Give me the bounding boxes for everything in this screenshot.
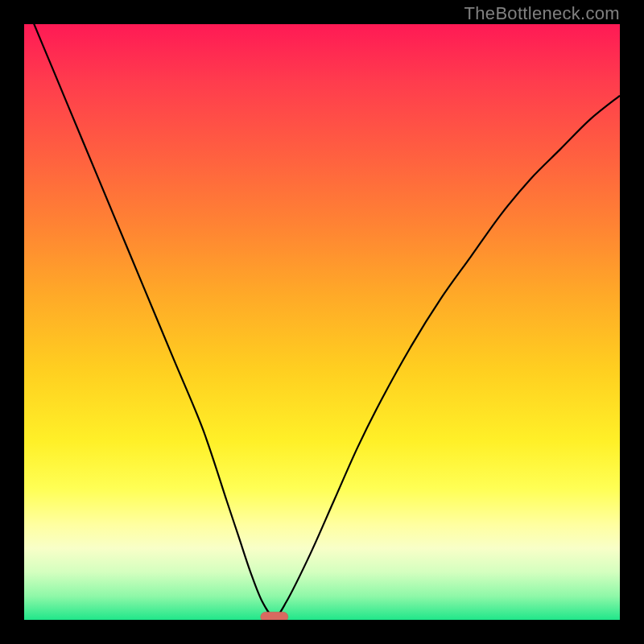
- curve-line: [24, 24, 620, 617]
- plot-background: [24, 24, 620, 620]
- minimum-marker: [261, 612, 288, 620]
- watermark-text: TheBottleneck.com: [464, 3, 620, 24]
- bottleneck-curve: [24, 24, 620, 620]
- chart-frame: TheBottleneck.com: [0, 0, 644, 644]
